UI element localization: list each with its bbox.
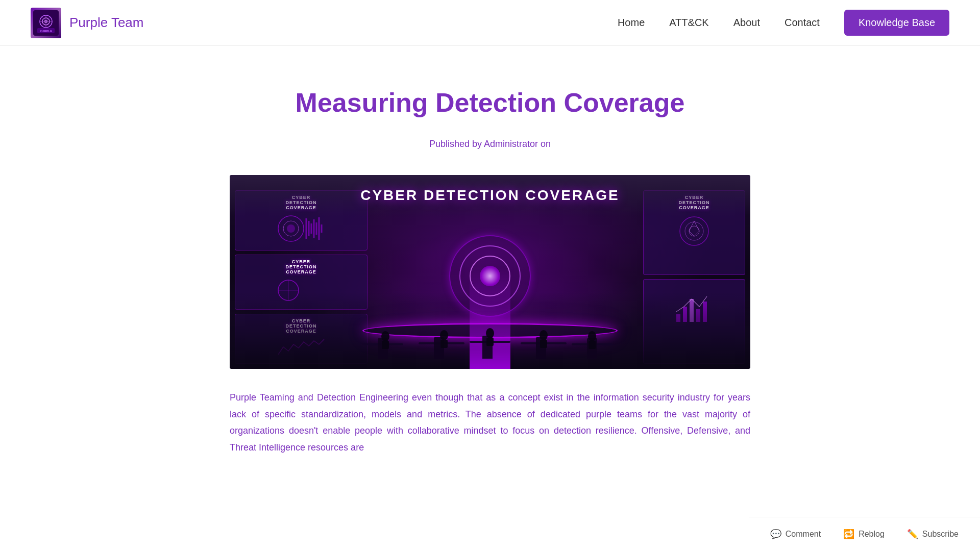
- svg-rect-40: [540, 340, 547, 348]
- article-body: Purple Teaming and Detection Engineering…: [230, 389, 750, 456]
- nav-contact[interactable]: Contact: [785, 17, 820, 29]
- bottom-bar: 💬 Comment 🔁 Reblog ✏️ Subscribe: [749, 517, 980, 551]
- holo-display: [449, 235, 531, 317]
- brand-logo: PURPLE: [31, 8, 61, 38]
- article-meta: Published by Administrator on: [230, 139, 750, 149]
- desk-area: [337, 318, 643, 359]
- svg-point-41: [588, 331, 596, 341]
- comment-icon: 💬: [770, 529, 781, 540]
- svg-point-33: [381, 331, 389, 341]
- cyber-ceiling: CYBER DETECTION COVERAGE: [230, 175, 750, 216]
- svg-rect-42: [589, 341, 596, 349]
- main-content: Measuring Detection Coverage Published b…: [209, 46, 771, 522]
- comment-button[interactable]: 💬 Comment: [764, 524, 827, 544]
- article-image-container: CYBER DETECTION COVERAGE CYBERDETECTIONC…: [230, 175, 750, 369]
- main-nav: Home ATT&CK About Contact Knowledge Base: [618, 10, 949, 36]
- brand-link[interactable]: PURPLE Purple Team: [31, 8, 144, 38]
- article-hero-image: CYBER DETECTION COVERAGE CYBERDETECTIONC…: [230, 175, 750, 369]
- svg-point-39: [540, 330, 548, 340]
- subscribe-button[interactable]: ✏️ Subscribe: [901, 524, 965, 544]
- nav-about[interactable]: About: [733, 17, 760, 29]
- subscribe-icon: ✏️: [907, 529, 918, 540]
- svg-rect-38: [486, 338, 494, 346]
- svg-point-35: [440, 330, 448, 340]
- brand-name: Purple Team: [69, 15, 144, 31]
- svg-point-10: [287, 224, 295, 233]
- svg-rect-36: [440, 340, 448, 348]
- knowledge-base-button[interactable]: Knowledge Base: [844, 10, 949, 36]
- svg-point-15: [685, 222, 703, 240]
- article-title: Measuring Detection Coverage: [230, 87, 750, 118]
- subscribe-label: Subscribe: [922, 530, 959, 539]
- reblog-button[interactable]: 🔁 Reblog: [837, 524, 891, 544]
- svg-marker-17: [689, 221, 699, 236]
- svg-text:PURPLE: PURPLE: [40, 30, 52, 33]
- bottom-spacer: [230, 456, 750, 491]
- site-header: PURPLE Purple Team Home ATT&CK About Con…: [0, 0, 980, 46]
- svg-rect-34: [382, 341, 389, 349]
- reblog-icon: 🔁: [843, 529, 854, 540]
- svg-point-37: [486, 328, 494, 338]
- reblog-label: Reblog: [859, 530, 885, 539]
- nav-home[interactable]: Home: [618, 17, 645, 29]
- cyber-title-text: CYBER DETECTION COVERAGE: [360, 187, 620, 204]
- nav-attck[interactable]: ATT&CK: [669, 17, 708, 29]
- comment-label: Comment: [786, 530, 821, 539]
